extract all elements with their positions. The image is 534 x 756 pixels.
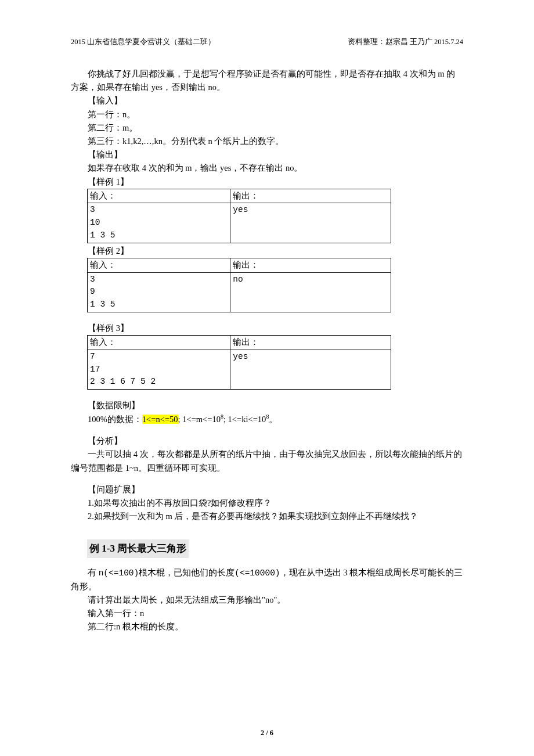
limits-tail: 。 [269,415,277,424]
example-1-3-title: 例 1-3 周长最大三角形 [87,539,189,557]
sample3-input-header: 输入： [88,336,230,350]
extend-q1: 1.如果每次抽出的不再放回口袋?如何修改程序？ [71,496,463,510]
input-label: 【输入】 [71,94,463,107]
ex13-p1-a: 有 [88,568,99,577]
limits-part2: ; 1<=ki<=10 [223,415,266,424]
extend-label: 【问题扩展】 [71,483,463,496]
limits-label: 【数据限制】 [71,399,463,412]
analysis-label: 【分析】 [71,434,463,448]
sample2-label: 【样例 2】 [71,244,463,258]
header-right: 资料整理：赵宗昌 王乃广 2015.7.24 [348,36,463,48]
ex13-p1: 有 n(<=100)根木棍，已知他们的长度(<=10000)，现在从中选出 3 … [71,566,463,593]
ex13-p1-c: 根木棍，已知他们的长度 [139,568,234,577]
sample1-input-header: 输入： [88,189,230,203]
ex13-p3: 输入第一行：n [71,607,463,620]
sample1-output: yes [230,203,391,243]
page-header: 2015 山东省信息学夏令营讲义（基础二班） 资料整理：赵宗昌 王乃广 2015… [71,36,463,48]
limits-highlight: 1<=n<=50 [142,415,178,424]
header-left: 2015 山东省信息学夏令营讲义（基础二班） [71,36,215,48]
sample1-input: 3 10 1 3 5 [88,203,230,243]
ex13-p2: 请计算出最大周长，如果无法组成三角形输出"no"。 [71,593,463,607]
analysis-text: 一共可以抽 4 次，每次都都是从所有的纸片中抽，由于每次抽完又放回去，所以每次能… [71,448,463,474]
sample2-input-header: 输入： [88,258,230,272]
input-line-1: 第一行：n。 [71,108,463,121]
sample1-table: 输入： 输出： 3 10 1 3 5 yes [87,189,391,243]
ex13-p1-d: (<=10000) [234,568,280,578]
sample3-table: 输入： 输出： 7 17 2 3 1 6 7 5 2 yes [87,335,391,390]
sample2-input: 3 9 1 3 5 [88,272,230,312]
sample2-output-header: 输出： [230,258,391,272]
output-line-1: 如果存在收取 4 次的和为 m，输出 yes，不存在输出 no。 [71,161,463,175]
sample2-table: 输入： 输出： 3 9 1 3 5 no [87,258,391,312]
page-number: 2 / 6 [0,727,534,739]
limits-prefix: 100%的数据： [88,415,142,424]
sample3-output: yes [230,350,391,389]
sample3-label: 【样例 3】 [71,322,463,335]
sample1-label: 【样例 1】 [71,175,463,189]
extend-q2: 2.如果找到一次和为 m 后，是否有必要再继续找？如果实现找到立刻停止不再继续找… [71,510,463,523]
output-label: 【输出】 [71,148,463,161]
intro-paragraph: 你挑战了好几回都没赢，于是想写个程序验证是否有赢的可能性，即是否存在抽取 4 次… [71,67,463,94]
sample2-output: no [230,272,391,312]
sample1-output-header: 输出： [230,189,391,203]
input-line-2: 第二行：m。 [71,121,463,135]
limits-line: 100%的数据：1<=n<=50; 1<=m<=108; 1<=ki<=108。 [71,412,463,426]
input-line-3: 第三行：k1,k2,…,kn。分别代表 n 个纸片上的数字。 [71,135,463,148]
ex13-p1-b: n(<=100) [99,568,139,578]
ex13-p4: 第二行:n 根木棍的长度。 [71,620,463,633]
limits-part1: ; 1<=m<=10 [178,415,221,424]
sample3-output-header: 输出： [230,336,391,350]
sample3-input: 7 17 2 3 1 6 7 5 2 [88,350,230,389]
